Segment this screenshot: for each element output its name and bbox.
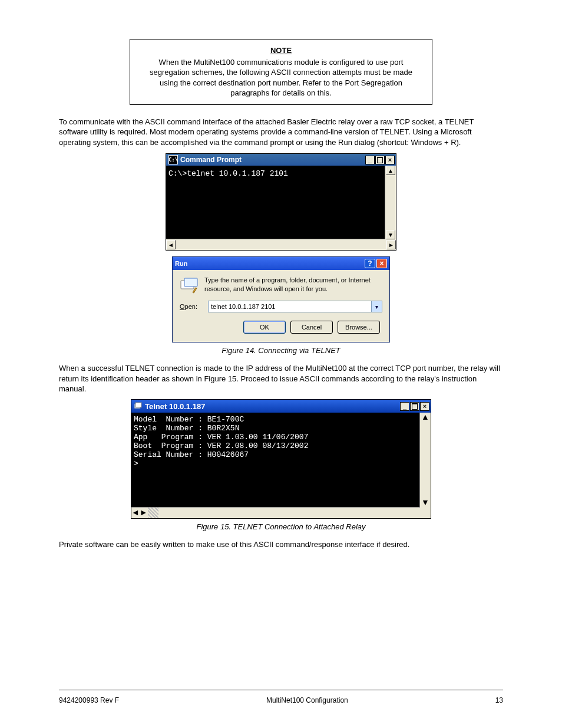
command-prompt-line: C:\>telnet 10.0.1.187 2101: [168, 169, 394, 179]
command-prompt-icon: C:\: [168, 155, 178, 164]
minimize-button[interactable]: _: [400, 402, 409, 411]
paragraph-3: Private software can be easily written t…: [59, 539, 503, 550]
telnet-title-text: Telnet 10.0.1.187: [145, 402, 205, 411]
horizontal-scrollbar[interactable]: ◄ ►: [131, 507, 431, 518]
scroll-left-icon[interactable]: ◄: [166, 240, 176, 249]
scroll-down-icon[interactable]: ▼: [386, 230, 395, 239]
vertical-scrollbar[interactable]: ▲ ▼: [385, 166, 396, 239]
svg-rect-3: [135, 403, 141, 407]
telnet-icon: [134, 402, 142, 410]
maximize-button[interactable]: [410, 402, 419, 411]
open-input[interactable]: [209, 301, 371, 312]
cancel-button[interactable]: Cancel: [290, 321, 333, 334]
command-prompt-titlebar[interactable]: C:\ Command Prompt _ ×: [166, 154, 396, 166]
run-title-text: Run: [175, 260, 363, 267]
telnet-body[interactable]: Model Number : BE1-700C Style Number : B…: [131, 413, 431, 507]
svg-rect-1: [184, 278, 197, 286]
dropdown-icon[interactable]: ▾: [371, 301, 382, 312]
command-prompt-title: Command Prompt: [180, 156, 242, 164]
note-text: When the MultiNet100 communications modu…: [150, 58, 412, 98]
scroll-right-icon[interactable]: ►: [140, 508, 148, 518]
run-icon: [180, 276, 199, 295]
footer-center: MultiNet100 Configuration: [266, 696, 348, 704]
scroll-right-icon[interactable]: ►: [386, 240, 396, 249]
run-dialog: Run ? × Type the name of a program, fold…: [172, 256, 390, 342]
figure-15-caption: Figure 15. TELNET Connection to Attached…: [59, 522, 503, 531]
run-titlebar[interactable]: Run ? ×: [173, 257, 389, 270]
scroll-left-icon[interactable]: ◄: [131, 508, 140, 518]
minimize-button[interactable]: _: [365, 156, 375, 164]
close-button[interactable]: ×: [420, 402, 429, 411]
note-title: NOTE: [140, 45, 422, 56]
horizontal-scrollbar[interactable]: ◄ ►: [166, 239, 396, 250]
paragraph-2: When a successful TELNET connection is m…: [59, 363, 503, 394]
command-prompt-window: C:\ Command Prompt _ × C:\>telnet 10.0.1…: [166, 153, 396, 251]
scroll-down-icon[interactable]: ▼: [421, 498, 429, 508]
footer-rule: [59, 690, 503, 690]
scroll-up-icon[interactable]: ▲: [386, 166, 395, 175]
close-button[interactable]: ×: [376, 259, 387, 268]
paragraph-1: To communicate with the ASCII command in…: [59, 117, 503, 148]
footer-left: 9424200993 Rev F: [59, 696, 119, 704]
run-description: Type the name of a program, folder, docu…: [204, 276, 382, 295]
footer-right: 13: [495, 696, 503, 704]
open-label: Open:: [180, 303, 203, 310]
telnet-window: Telnet 10.0.1.187 _ × Model Number : BE1…: [131, 399, 431, 519]
command-prompt-body[interactable]: C:\>telnet 10.0.1.187 2101: [166, 166, 396, 239]
note-box: NOTE When the MultiNet100 communications…: [130, 39, 432, 105]
ok-button[interactable]: OK: [243, 321, 286, 334]
help-button[interactable]: ?: [365, 259, 375, 268]
resize-grip-icon[interactable]: [148, 508, 158, 518]
scroll-up-icon[interactable]: ▲: [421, 413, 429, 422]
page-footer: 9424200993 Rev F MultiNet100 Configurati…: [59, 696, 503, 704]
vertical-scrollbar[interactable]: ▲ ▼: [419, 413, 431, 508]
figure-14-caption: Figure 14. Connecting via TELNET: [59, 346, 503, 355]
open-combobox[interactable]: ▾: [208, 301, 382, 312]
maximize-button[interactable]: [375, 156, 385, 164]
close-button[interactable]: ×: [385, 156, 395, 164]
browse-button[interactable]: Browse...: [338, 321, 380, 334]
telnet-titlebar[interactable]: Telnet 10.0.1.187 _ ×: [131, 400, 431, 413]
